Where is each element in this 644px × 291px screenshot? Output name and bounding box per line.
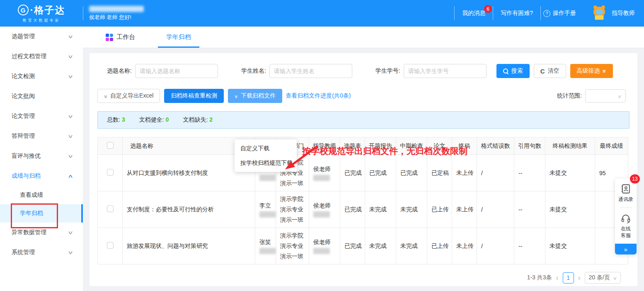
- online-service-label[interactable]: 在线 客服: [621, 225, 631, 239]
- messages-menu[interactable]: 我的消息 6: [455, 0, 493, 27]
- sidebar-item-process-docs[interactable]: 过程文档管理: [0, 46, 83, 66]
- docs-missing-value: 2: [209, 116, 213, 123]
- status-cell: /: [477, 191, 514, 228]
- chevron-down-icon: [68, 54, 73, 59]
- status-cell: 未上传: [452, 155, 477, 191]
- writing-help-label: 写作有困难?: [501, 10, 533, 17]
- table-row: 旅游发展现状、问题与对策研究张笑演示学院演示专业演示一班侯老师已完成未完成未完成…: [98, 228, 628, 264]
- action-row: 自定义导出Excel 归档终稿查重检测 下载归档文件 查看归档文件进度(共0条)…: [97, 89, 637, 103]
- sidebar-item-label: 查看成绩: [20, 191, 43, 199]
- dept-line: 演示专业: [280, 241, 309, 251]
- tab-workbench[interactable]: 工作台: [106, 27, 135, 48]
- select-all-checkbox[interactable]: [107, 142, 114, 149]
- tab-year-archive[interactable]: 学年归档: [166, 27, 191, 48]
- status-cell: 已完成: [365, 155, 396, 191]
- chevron-down-icon: [68, 154, 73, 159]
- advisor-name: 侯老师: [313, 238, 340, 246]
- sidebar-item-label: 论文批阅: [12, 93, 35, 100]
- clear-button[interactable]: C 清空: [534, 64, 566, 78]
- status-cell: /: [477, 155, 514, 191]
- student-id-filter-input[interactable]: [404, 64, 487, 78]
- row-checkbox[interactable]: [107, 169, 114, 176]
- logo-tagline: 教育大数据专家: [23, 18, 61, 23]
- sidebar-item-defense-management[interactable]: 答辩管理: [0, 126, 83, 146]
- prev-page-icon[interactable]: ‹: [556, 274, 559, 281]
- advanced-filter-button[interactable]: 高级筛选 »: [570, 64, 613, 78]
- logo-text: ·格子达: [30, 4, 65, 17]
- sidebar-item-year-archive[interactable]: 学年归档: [0, 204, 83, 223]
- manual-link[interactable]: ? 操作手册: [541, 10, 579, 17]
- total-label: 总数:: [107, 116, 120, 123]
- sidebar-item-system-management[interactable]: 系统管理: [0, 242, 83, 262]
- contacts-label[interactable]: 通讯录: [618, 196, 633, 203]
- address-book-icon[interactable]: [620, 183, 631, 194]
- red-arrow-icon: [279, 143, 321, 174]
- search-button[interactable]: 搜索: [496, 64, 530, 78]
- advisor-cell: 侯老师: [309, 191, 340, 228]
- student-cell: 张笑: [255, 228, 276, 264]
- sidebar-item-abnormal-data[interactable]: 异常数据管理: [0, 223, 83, 242]
- headset-icon[interactable]: [620, 213, 631, 224]
- sidebar-item-label: 选题管理: [12, 33, 35, 40]
- col-header-final-grade: 最终成绩: [595, 137, 628, 155]
- top-header: G ·格子达 教育大数据专家 侯老师 老师 您好! 我的消息 6 写作有困难? …: [0, 0, 644, 27]
- status-cell: /: [477, 228, 514, 264]
- stat-scope-label: 统计范围:: [557, 92, 582, 100]
- redacted-text: [259, 248, 276, 254]
- status-cell: 已完成: [340, 191, 365, 228]
- stats-bar: 总数:3 文档健全:0 文档缺失:2: [97, 111, 629, 129]
- messages-label: 我的消息: [462, 10, 485, 17]
- topic-filter-input[interactable]: [135, 64, 218, 78]
- sidebar-item-grades-archive[interactable]: 成绩与归档: [0, 166, 83, 186]
- sidebar-item-topic-management[interactable]: 选题管理: [0, 27, 83, 46]
- custom-export-excel-button[interactable]: 自定义导出Excel: [97, 89, 160, 103]
- sidebar-item-label: 答辩管理: [12, 132, 35, 140]
- sidebar-item-label: 过程文档管理: [12, 53, 46, 60]
- advanced-filter-label: 高级筛选: [577, 67, 600, 75]
- chevron-down-icon: [618, 93, 621, 99]
- docs-missing-label: 文档缺失:: [183, 116, 208, 123]
- status-cell: 未上传: [452, 228, 477, 264]
- sidebar-item-view-grades[interactable]: 查看成绩: [0, 186, 83, 204]
- download-archive-button[interactable]: 下载归档文件: [228, 89, 282, 103]
- tab-bar: 工作台 学年归档: [83, 27, 644, 48]
- clear-button-label: 清空: [548, 67, 559, 75]
- status-cell: 未完成: [365, 191, 396, 228]
- chevron-down-icon: [68, 230, 73, 235]
- topic-cell: 支付制度：必要性及可行性的分析: [123, 191, 255, 228]
- status-cell: 已完成: [340, 155, 365, 191]
- sidebar-item-paper-check[interactable]: 论文检测: [0, 66, 83, 86]
- status-cell: 已上传: [427, 191, 452, 228]
- messages-badge: 6: [484, 5, 492, 13]
- tab-label: 学年归档: [166, 33, 191, 41]
- refresh-icon: C: [540, 68, 545, 75]
- stat-scope: 统计范围:: [557, 89, 637, 103]
- row-checkbox[interactable]: [107, 242, 114, 249]
- redacted-text: [313, 175, 330, 181]
- row-checkbox[interactable]: [107, 205, 114, 212]
- page-number-button[interactable]: 1: [563, 272, 574, 284]
- row-checkbox-cell: [98, 228, 123, 264]
- sidebar-item-label: 异常数据管理: [12, 229, 46, 236]
- col-header-final-check-result: 终稿检测结果: [545, 137, 595, 155]
- archive-progress-link[interactable]: 查看归档文件进度(共0条): [286, 92, 351, 100]
- writing-help-menu[interactable]: 写作有困难?: [493, 0, 540, 27]
- dept-line: 演示一班: [280, 178, 309, 188]
- student-name: 李立: [259, 201, 276, 210]
- collapse-panel-button[interactable]: »: [615, 244, 637, 254]
- stat-scope-select[interactable]: [585, 89, 626, 103]
- sidebar-item-label: 系统管理: [12, 249, 35, 256]
- chevron-down-icon: [235, 93, 238, 99]
- final-draft-check-button[interactable]: 归档终稿查重检测: [164, 89, 224, 103]
- redacted-text: [259, 211, 276, 218]
- divider: [620, 208, 632, 208]
- sidebar-item-paper-review[interactable]: 论文批阅: [0, 86, 83, 106]
- advisor-name: 侯老师: [313, 201, 340, 210]
- sidebar-item-blind-review[interactable]: 盲评与推优: [0, 146, 83, 166]
- sidebar-item-paper-management[interactable]: 论文管理: [0, 106, 83, 126]
- page-size-select[interactable]: 20 条/页: [585, 272, 621, 284]
- next-page-icon[interactable]: ›: [578, 274, 581, 281]
- sidebar-item-label: 成绩与归档: [12, 172, 41, 180]
- student-name-filter-input[interactable]: [269, 64, 352, 78]
- student-name-filter-label: 学生姓名:: [241, 67, 266, 75]
